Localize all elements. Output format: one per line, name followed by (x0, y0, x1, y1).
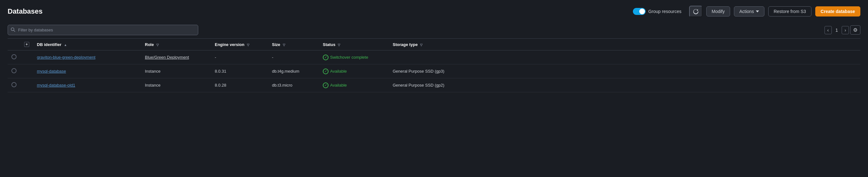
page-title: Databases (8, 7, 42, 15)
pagination-row: ‹ 1 › ⚙ (825, 25, 860, 35)
table-header-row: + DB identifier ▲ Role ▽ Engine version … (8, 39, 860, 50)
db-engine-2: 8.0.31 (211, 64, 268, 78)
db-identifier-link-2[interactable]: mysql-database (33, 64, 141, 78)
db-size-2: db.t4g.medium (268, 64, 319, 78)
db-role-2: Instance (141, 64, 211, 78)
group-resources-label: Group resources (648, 9, 681, 14)
th-expand: + (20, 39, 33, 50)
status-label-2: Available (330, 69, 347, 74)
status-label-3: Available (330, 83, 347, 87)
row-radio-2[interactable] (11, 68, 17, 73)
restore-from-s3-button[interactable]: Restore from S3 (768, 6, 811, 16)
db-size-1: - (268, 50, 319, 64)
search-icon (11, 27, 15, 33)
pagination-current-page: 1 (833, 28, 841, 33)
actions-chevron-icon (756, 10, 759, 12)
actions-button[interactable]: Actions (734, 6, 765, 16)
th-size[interactable]: Size ▽ (268, 39, 319, 50)
th-storage-type[interactable]: Storage type ▽ (389, 39, 860, 50)
db-storage-1 (389, 50, 860, 64)
status-ok-circle-2: ✓ (323, 69, 329, 74)
search-input[interactable] (8, 25, 198, 35)
status-label-1: Switchover complete (330, 55, 368, 60)
create-database-button[interactable]: Create database (815, 6, 860, 16)
table-row: mysql-databaseInstance8.0.31db.t4g.mediu… (8, 64, 860, 78)
th-status[interactable]: Status ▽ (319, 39, 389, 50)
modify-button[interactable]: Modify (706, 6, 730, 16)
blue-green-label-1: Blue/Green Deployment (145, 55, 189, 60)
refresh-icon (693, 8, 699, 14)
table-row: graviton-blue-green-deploymentBlue/Green… (8, 50, 860, 64)
db-engine-3: 8.0.28 (211, 78, 268, 92)
status-ok-1: ✓ Switchover complete (323, 55, 385, 60)
db-identifier-link-3[interactable]: mysql-database-old1 (33, 78, 141, 92)
th-db-identifier[interactable]: DB identifier ▲ (33, 39, 141, 50)
db-storage-3: General Purpose SSD (gp2) (389, 78, 860, 92)
sort-none-icon-role: ▽ (156, 43, 159, 47)
status-ok-circle-1: ✓ (323, 55, 329, 60)
db-size-3: db.t3.micro (268, 78, 319, 92)
sort-none-icon-storage: ▽ (420, 43, 423, 47)
pagination-next-button[interactable]: › (842, 26, 849, 34)
refresh-button[interactable] (689, 6, 703, 17)
svg-line-1 (14, 30, 15, 31)
svg-point-0 (11, 28, 14, 30)
pagination-prev-button[interactable]: ‹ (825, 26, 832, 34)
db-identifier-link-1[interactable]: graviton-blue-green-deployment (33, 50, 141, 64)
db-role-1: Blue/Green Deployment (141, 50, 211, 64)
th-role[interactable]: Role ▽ (141, 39, 211, 50)
table-settings-button[interactable]: ⚙ (850, 25, 860, 35)
status-ok-circle-3: ✓ (323, 82, 329, 88)
sort-none-icon-status: ▽ (338, 43, 340, 47)
sort-none-icon-engine: ▽ (247, 43, 249, 47)
status-ok-2: ✓ Available (323, 69, 385, 74)
db-status-1: ✓ Switchover complete (319, 50, 389, 64)
sort-none-icon-size: ▽ (283, 43, 285, 47)
db-storage-2: General Purpose SSD (gp3) (389, 64, 860, 78)
databases-table: + DB identifier ▲ Role ▽ Engine version … (8, 39, 860, 92)
db-status-3: ✓ Available (319, 78, 389, 92)
status-ok-3: ✓ Available (323, 82, 385, 88)
db-role-3: Instance (141, 78, 211, 92)
actions-label: Actions (739, 9, 754, 14)
th-select (8, 39, 20, 50)
db-engine-1: - (211, 50, 268, 64)
row-radio-3[interactable] (11, 82, 17, 87)
db-status-2: ✓ Available (319, 64, 389, 78)
expand-all-icon[interactable]: + (24, 42, 29, 47)
group-resources-toggle[interactable] (633, 8, 646, 15)
th-engine-version[interactable]: Engine version ▽ (211, 39, 268, 50)
group-resources-toggle-wrapper: Group resources (633, 8, 682, 15)
search-container (8, 25, 198, 35)
table-row: mysql-database-old1Instance8.0.28db.t3.m… (8, 78, 860, 92)
row-radio-1[interactable] (11, 54, 17, 59)
sort-asc-icon: ▲ (64, 43, 67, 47)
